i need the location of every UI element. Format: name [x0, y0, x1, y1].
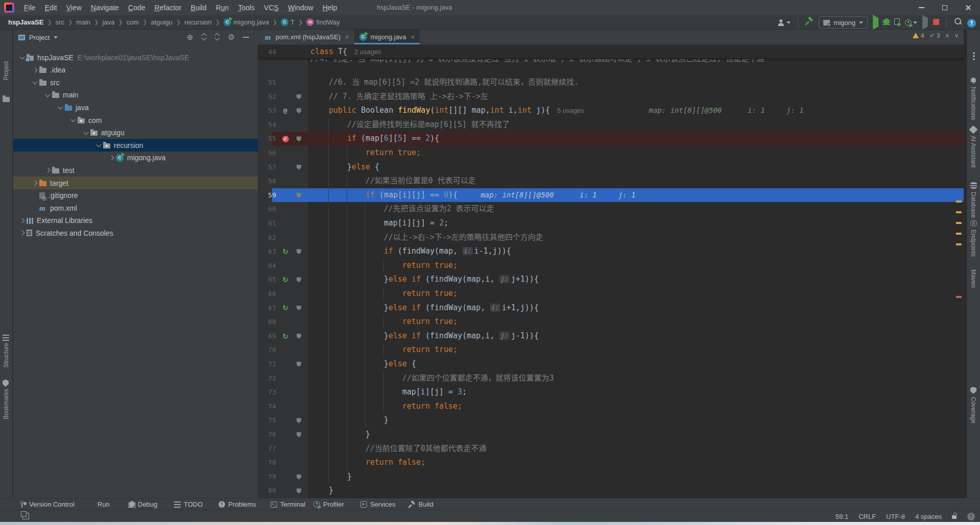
- breadcrumb-item-T[interactable]: T: [281, 18, 295, 26]
- status-file-encoding[interactable]: UTF-8: [886, 513, 905, 520]
- menu-view[interactable]: View: [62, 0, 86, 15]
- warning-stripe-mark[interactable]: [956, 211, 962, 213]
- code-line-70[interactable]: 70return true;: [258, 343, 964, 357]
- code-line-51[interactable]: 51//6. 当 map[6][5] =2 就说明找到通路,就可以结束，否则就继…: [258, 76, 964, 90]
- chevron-right-icon[interactable]: [32, 181, 37, 186]
- project-panel-header[interactable]: Project ⊕ ⚙: [13, 30, 258, 45]
- code-line-57[interactable]: 57}else {: [258, 160, 964, 174]
- stop-button[interactable]: [933, 18, 939, 27]
- toolwindow-button-problems[interactable]: !Problems: [218, 498, 256, 510]
- run-button[interactable]: [873, 18, 878, 27]
- tree-item-target[interactable]: target: [13, 177, 258, 189]
- line-number[interactable]: 65: [258, 272, 276, 287]
- toolwindow-button-services[interactable]: Services: [360, 498, 396, 510]
- code-line-54[interactable]: 54//设定最终找到坐标是map[6][5] 就不再找了: [258, 118, 964, 132]
- code-line-71[interactable]: 71}else {: [258, 357, 964, 371]
- stripe-mletter-icon[interactable]: [970, 259, 977, 268]
- code-line-62[interactable]: 62//以上->右->下->左的策略往其他四个方向走: [258, 231, 964, 245]
- tree-item-main[interactable]: main: [13, 89, 258, 102]
- warning-stripe-mark[interactable]: [956, 201, 962, 203]
- tab-migongjava[interactable]: migong.java×: [354, 30, 420, 44]
- code-line-53[interactable]: 53@public Boolean findWay(int[][] map,in…: [258, 104, 964, 118]
- tab-pomxmlhspJavaSE[interactable]: pom.xml (hspJavaSE)×: [260, 30, 354, 44]
- ide-update-button[interactable]: ↑: [967, 18, 976, 28]
- breadcrumb-item-atguigu[interactable]: atguigu: [151, 18, 173, 26]
- editor-options-kebab-icon[interactable]: [973, 52, 975, 62]
- debug-button[interactable]: [884, 18, 889, 27]
- tree-item-ExternalLibraries[interactable]: External Libraries: [13, 214, 258, 227]
- error-stripe-mark[interactable]: [956, 296, 962, 298]
- chevron-down-icon[interactable]: [70, 117, 76, 122]
- menu-tools[interactable]: Tools: [233, 0, 259, 15]
- fold-marker-icon[interactable]: [297, 277, 301, 282]
- toolwindow-button-version-control[interactable]: Version Control: [19, 498, 75, 510]
- gutter-icon-slot[interactable]: ✓: [281, 132, 289, 146]
- sidebar-item-database[interactable]: Database: [970, 192, 977, 218]
- line-number[interactable]: 75: [258, 413, 276, 428]
- fold-marker-icon[interactable]: [297, 474, 301, 480]
- code-line-76[interactable]: 76}: [258, 428, 964, 442]
- code-line-58[interactable]: 58//如果当前位置是0 代表可以走: [258, 174, 964, 188]
- fold-marker-icon[interactable]: [297, 306, 301, 311]
- code-line-74[interactable]: 74return false;: [258, 399, 964, 414]
- warning-stripe-mark[interactable]: [956, 243, 962, 245]
- tree-item-gitignore[interactable]: .gitignore: [13, 189, 258, 202]
- tree-item-com[interactable]: com: [13, 114, 258, 127]
- code-line-78[interactable]: 78return false;: [258, 456, 964, 470]
- sidebar-item-bookmarks[interactable]: Bookmarks: [3, 389, 10, 419]
- usages-hint[interactable]: 2 usages: [354, 48, 381, 56]
- project-stripe-folder-icon[interactable]: [3, 95, 10, 104]
- fold-marker-icon[interactable]: [297, 334, 301, 339]
- code-line-52[interactable]: 52// 7. 先确定老鼠找路策略 上->右->下->左: [258, 90, 964, 104]
- toolwindow-button-terminal[interactable]: >_Terminal: [271, 498, 305, 510]
- code-line-60[interactable]: 60//先把该点设置为2 表示可以走: [258, 202, 964, 216]
- sticky-header-line[interactable]: 44class T{2 usages: [258, 45, 964, 59]
- line-number[interactable]: 51: [258, 76, 276, 90]
- chevron-down-icon[interactable]: [19, 55, 24, 60]
- bookmarks-icon[interactable]: [3, 380, 9, 389]
- chevron-down-icon[interactable]: [58, 105, 63, 110]
- code-line-73[interactable]: 73map[i][j] = 3;: [258, 385, 964, 399]
- tab-close-icon[interactable]: ×: [411, 33, 415, 41]
- menu-run[interactable]: Run: [211, 0, 234, 15]
- toolwindow-button-profiler[interactable]: Profiler: [313, 498, 344, 510]
- status-indent-setting[interactable]: 4 spaces: [915, 513, 942, 520]
- stripe-bell-icon[interactable]: [970, 77, 976, 86]
- fold-marker-icon[interactable]: [297, 165, 301, 170]
- expand-all-icon[interactable]: [202, 33, 207, 40]
- readonly-lock[interactable]: [952, 513, 957, 520]
- tree-item-recursion[interactable]: recursion: [13, 139, 258, 152]
- breadcrumb-item-hspJavaSE[interactable]: hspJavaSE: [8, 18, 43, 26]
- tree-item-src[interactable]: src: [13, 76, 258, 89]
- code-line-69[interactable]: 69↻}else if (findWay(map,i, j:j-1)){: [258, 329, 964, 343]
- code-line-61[interactable]: 61map[i][j] = 2;: [258, 216, 964, 231]
- sidebar-item-maven[interactable]: Maven: [970, 269, 977, 288]
- line-number[interactable]: 52: [258, 90, 276, 104]
- breakpoint-icon[interactable]: ✓: [282, 136, 289, 142]
- breadcrumb-item-src[interactable]: src: [56, 18, 64, 26]
- tree-item-java[interactable]: java: [13, 101, 258, 114]
- chevron-right-icon[interactable]: [45, 168, 50, 173]
- line-number[interactable]: 62: [258, 231, 276, 245]
- code-line-66[interactable]: 66return true;: [258, 287, 964, 301]
- code-line-55[interactable]: 55✓if (map[6][5] == 2){: [258, 132, 964, 146]
- breadcrumb-item-main[interactable]: main: [76, 18, 90, 26]
- tree-item-test[interactable]: test: [13, 164, 258, 177]
- menu-code[interactable]: Code: [124, 0, 150, 15]
- line-number[interactable]: 58: [258, 174, 276, 188]
- prev-problem-icon[interactable]: ∧: [945, 32, 949, 39]
- menu-file[interactable]: File: [19, 0, 40, 15]
- line-number[interactable]: 60: [258, 202, 276, 216]
- sidebar-item-ai-assistant[interactable]: AI Assistant: [970, 136, 977, 168]
- search-everywhere-button[interactable]: [954, 17, 962, 28]
- line-number[interactable]: 79: [258, 470, 276, 484]
- line-number[interactable]: 66: [258, 287, 276, 301]
- line-number[interactable]: 61: [258, 216, 276, 231]
- line-number[interactable]: 77: [258, 442, 276, 456]
- line-number[interactable]: 59: [258, 188, 276, 203]
- line-number[interactable]: 80: [258, 484, 276, 498]
- tree-item-idea[interactable]: .idea: [13, 64, 258, 77]
- code-line-64[interactable]: 64return true;: [258, 259, 964, 273]
- code-line-59[interactable]: 59if (map[i][j] == 0){map: int[8][]@500 …: [258, 188, 964, 203]
- toolwindow-button-debug[interactable]: Debug: [129, 498, 157, 510]
